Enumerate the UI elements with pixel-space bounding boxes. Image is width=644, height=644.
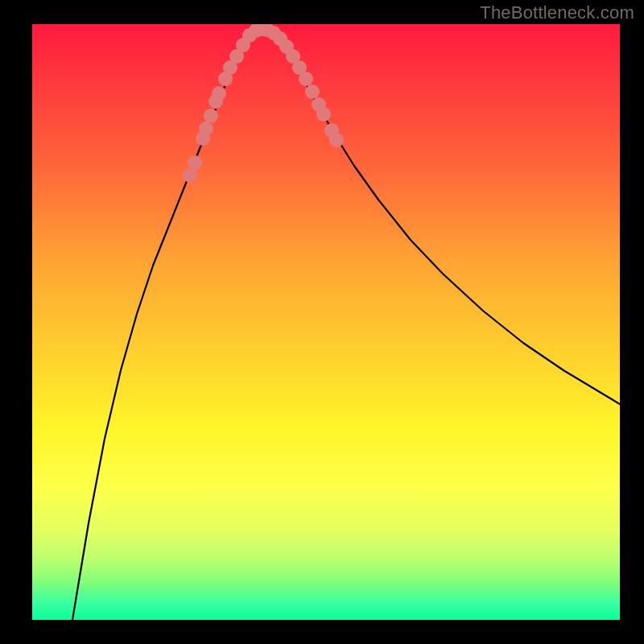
dots-left-branch-point (183, 168, 197, 183)
dots-left-branch-point (212, 86, 226, 101)
dots-left-branch-point (188, 155, 202, 170)
chart-frame: TheBottleneck.com (0, 0, 644, 644)
dots-right-branch-point (329, 133, 344, 147)
dots-left-branch-point (199, 122, 213, 136)
watermark-text: TheBottleneck.com (480, 2, 634, 23)
dots-right-branch-point (316, 107, 331, 122)
dots-left-branch-point (204, 109, 218, 123)
plot-svg (32, 24, 620, 620)
plot-area (32, 24, 620, 620)
dots-right-branch-point (305, 85, 320, 99)
bottleneck-curve (72, 28, 620, 620)
dots-right-branch-point (299, 72, 313, 86)
